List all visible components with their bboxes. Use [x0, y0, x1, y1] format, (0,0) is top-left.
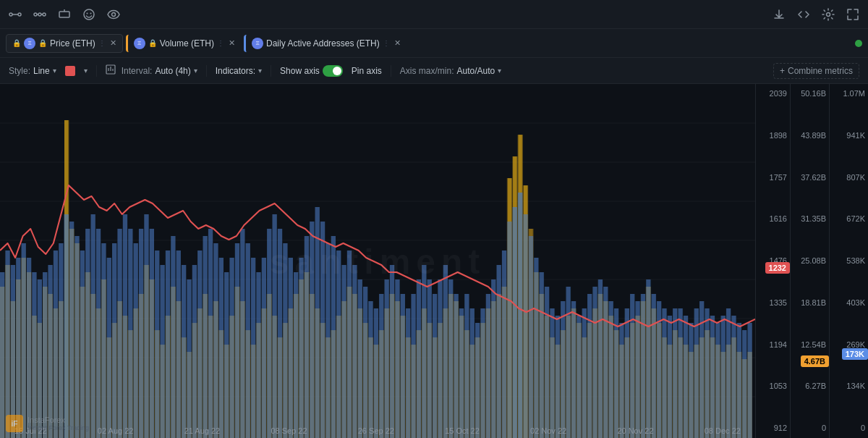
svg-rect-189 [112, 243, 116, 438]
svg-rect-219 [272, 214, 276, 438]
svg-rect-281 [603, 287, 608, 438]
volume-y-25: 25.08B [793, 257, 826, 265]
style-value: Line [33, 66, 50, 76]
download-icon[interactable] [773, 8, 786, 21]
rectangle-tool-icon[interactable] [58, 8, 71, 21]
daa-y-941k: 941K [833, 132, 865, 140]
pin-axis-label: Pin axis [352, 66, 382, 76]
svg-rect-225 [305, 236, 309, 438]
metrics-row: 🔒 Ξ 🔒 Price (ETH) ⋮ ✕ Ξ 🔒 Volume (ETH) ⋮… [0, 29, 868, 58]
metric-tab-volume[interactable]: Ξ 🔒 Volume (ETH) ⋮ ✕ [126, 35, 241, 52]
svg-rect-269 [540, 272, 544, 438]
close-btn-price[interactable]: ✕ [110, 38, 116, 48]
svg-rect-277 [582, 308, 587, 438]
svg-rect-192 [128, 229, 132, 438]
drag-handle-volume[interactable]: ⋮ [217, 39, 224, 47]
settings-icon[interactable] [822, 8, 835, 21]
svg-rect-273 [561, 301, 565, 438]
svg-rect-304 [726, 308, 731, 438]
metric-tab-volume-label: Volume (ETH) [160, 38, 214, 49]
interval-control[interactable]: Interval: Auto (4h) ▾ [106, 64, 197, 77]
svg-rect-234 [352, 265, 357, 438]
daa-y-0: 0 [833, 424, 865, 432]
expand-icon[interactable] [846, 8, 859, 21]
price-y-1194: 1194 [759, 341, 787, 349]
svg-rect-302 [715, 323, 720, 438]
svg-rect-283 [614, 308, 618, 438]
volume-y-37: 37.62B [793, 174, 826, 182]
svg-rect-195 [144, 214, 148, 438]
metric-tab-price-label: Price (ETH) [50, 38, 95, 49]
daa-y-538k: 538K [833, 257, 865, 265]
axis-label: Axis max/min: [400, 66, 454, 76]
volume-y-50: 50.16B [793, 90, 826, 98]
daa-y-1m: 1.07M [833, 90, 865, 98]
axis-value: Auto/Auto [457, 66, 495, 76]
volume-y-43: 43.89B [793, 132, 826, 140]
metric-tab-price[interactable]: 🔒 Ξ 🔒 Price (ETH) ⋮ ✕ [6, 34, 123, 53]
y-axis-volume: 50.16B 43.89B 37.62B 31.35B 25.08B 18.81… [790, 84, 829, 438]
svg-rect-243 [401, 294, 405, 438]
eye-tool-icon[interactable] [107, 8, 120, 21]
svg-rect-270 [545, 287, 549, 438]
svg-rect-238 [374, 308, 378, 438]
svg-rect-222 [289, 258, 293, 438]
svg-rect-307 [742, 330, 746, 438]
daa-current-badge: 173K [842, 348, 868, 360]
interval-icon [106, 64, 116, 77]
svg-rect-242 [395, 279, 399, 438]
price-current-badge: 1232 [765, 262, 790, 274]
svg-rect-233 [347, 250, 352, 438]
svg-rect-209 [219, 258, 224, 438]
svg-rect-196 [150, 229, 154, 438]
indicators-chevron: ▾ [258, 67, 262, 75]
interval-chevron: ▾ [194, 67, 197, 75]
svg-rect-303 [721, 316, 726, 438]
svg-rect-275 [571, 301, 576, 438]
svg-point-3 [34, 13, 37, 16]
color-swatch[interactable] [65, 66, 75, 76]
metric-tab-daa[interactable]: Ξ Daily Active Addresses (ETH) ⋮ ✕ [244, 35, 407, 52]
svg-rect-180 [64, 214, 69, 438]
emoji-tool-icon[interactable] [82, 8, 95, 21]
pin-axis-control[interactable]: Pin axis [352, 66, 382, 76]
code-icon[interactable] [797, 8, 810, 21]
color-chevron[interactable]: ▾ [84, 67, 88, 75]
chart-main[interactable]: santiment [0, 84, 755, 438]
indicators-label: Indicators: [216, 66, 255, 76]
svg-point-0 [9, 13, 12, 16]
eth-icon-daa: Ξ [252, 38, 263, 49]
svg-rect-254 [459, 308, 464, 438]
drag-handle-price[interactable]: ⋮ [98, 39, 106, 47]
svg-rect-223 [294, 272, 298, 438]
svg-rect-176 [43, 272, 47, 438]
combine-metrics-button[interactable]: + Combine metrics [773, 63, 859, 79]
svg-rect-218 [267, 229, 271, 438]
svg-rect-237 [368, 301, 373, 438]
svg-rect-290 [652, 294, 656, 438]
svg-rect-190 [117, 229, 122, 438]
price-y-1335: 1335 [759, 299, 787, 307]
volume-y-6: 6.27B [793, 382, 826, 390]
svg-rect-285 [625, 308, 629, 438]
svg-rect-257 [475, 323, 480, 438]
close-btn-volume[interactable]: ✕ [229, 38, 235, 48]
indicators-control[interactable]: Indicators: ▾ [216, 66, 262, 76]
svg-rect-288 [641, 294, 645, 438]
volume-current-badge: 4.67B [801, 355, 829, 367]
drag-handle-daa[interactable]: ⋮ [383, 39, 390, 47]
svg-rect-276 [576, 316, 581, 438]
style-control[interactable]: Style: Line ▾ [9, 66, 56, 76]
show-axis-toggle[interactable] [323, 65, 343, 77]
svg-rect-193 [134, 243, 138, 438]
volume-y-18: 18.81B [793, 299, 826, 307]
arrow-tool-icon[interactable] [33, 8, 46, 21]
line-tool-icon[interactable] [9, 8, 22, 21]
toolbar-right [773, 8, 859, 21]
price-y-912: 912 [759, 424, 787, 432]
svg-point-13 [112, 12, 116, 16]
svg-rect-199 [166, 250, 170, 438]
axis-minmax-control[interactable]: Axis max/min: Auto/Auto ▾ [400, 66, 501, 76]
close-btn-daa[interactable]: ✕ [394, 38, 401, 48]
svg-rect-178 [54, 250, 58, 438]
